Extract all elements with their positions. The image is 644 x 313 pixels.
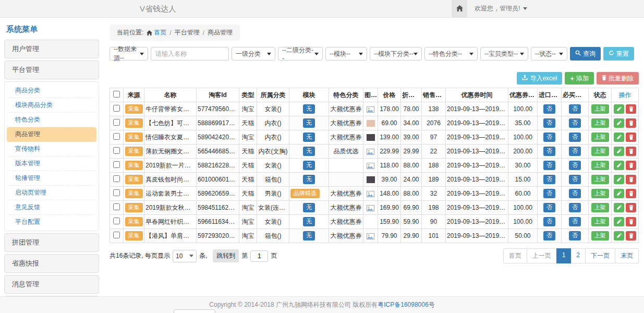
per-page-select[interactable]: 10 (173, 250, 197, 262)
must-buy-badge[interactable]: 否 (569, 189, 581, 198)
edit-button[interactable] (614, 203, 624, 212)
breadcrumb-item-platform[interactable]: 平台管理 (175, 28, 200, 37)
row-checkbox[interactable] (113, 232, 120, 238)
import-select-badge[interactable]: 否 (543, 217, 555, 226)
import-select-badge[interactable]: 否 (543, 203, 555, 212)
name-search-input[interactable] (151, 47, 229, 61)
sidebar-subitem[interactable]: 模块商品分类 (7, 98, 96, 113)
row-checkbox[interactable] (113, 189, 120, 196)
row-checkbox[interactable] (113, 175, 120, 182)
edit-button[interactable] (614, 217, 624, 226)
status-badge[interactable]: 上架 (591, 175, 609, 184)
pager-button[interactable]: 首页 (503, 248, 527, 263)
edit-button[interactable] (614, 189, 624, 198)
sidebar-item-platform-management[interactable]: 平台管理 (4, 61, 99, 79)
filter-feature-select[interactable]: --特色分类-- (424, 47, 478, 61)
must-buy-badge[interactable]: 否 (569, 217, 581, 226)
row-checkbox[interactable] (113, 161, 120, 168)
edit-button[interactable] (614, 104, 624, 114)
search-button[interactable]: 查询 (570, 47, 601, 61)
delete-button[interactable] (626, 189, 636, 198)
edit-button[interactable] (614, 147, 624, 156)
delete-button[interactable] (626, 147, 636, 156)
filter-level1-select[interactable]: 一级分类 (232, 47, 275, 61)
import-select-badge[interactable]: 否 (543, 133, 555, 142)
sidebar-group-item[interactable]: 消息管理 (4, 275, 99, 294)
status-badge[interactable]: 上架 (591, 203, 609, 212)
sidebar-subitem[interactable]: 意见反馈 (7, 200, 96, 215)
must-buy-badge[interactable]: 否 (569, 175, 581, 184)
sidebar-subitem[interactable]: 商品分类 (7, 83, 96, 98)
must-buy-badge[interactable]: 否 (569, 133, 581, 142)
edit-button[interactable] (614, 133, 624, 142)
pager-button[interactable]: 末页 (615, 248, 639, 263)
import-select-badge[interactable]: 否 (543, 147, 555, 156)
breadcrumb-home-link[interactable]: 首页 (147, 28, 166, 37)
status-badge[interactable]: 上架 (591, 118, 609, 128)
filter-item-type-select[interactable]: --宝贝类型-- (480, 47, 528, 61)
filter-data-source-select[interactable]: --数据来源-- (110, 47, 148, 61)
sidebar-group-item[interactable]: 拼团管理 (4, 233, 99, 252)
pager-button[interactable]: 1 (556, 248, 572, 263)
import-select-badge[interactable]: 否 (543, 189, 555, 198)
must-buy-badge[interactable]: 否 (569, 118, 581, 128)
import-excel-button[interactable]: 导入excel (517, 72, 562, 85)
row-checkbox[interactable] (113, 133, 120, 140)
edit-button[interactable] (614, 231, 624, 240)
sidebar-subitem[interactable]: 启动页管理 (7, 186, 96, 200)
status-badge[interactable]: 上架 (591, 104, 609, 114)
filter-module-sub-select[interactable]: --模块下分类-- (370, 47, 422, 61)
status-badge[interactable]: 上架 (591, 217, 609, 226)
edit-button[interactable] (614, 118, 624, 128)
delete-button[interactable] (626, 217, 636, 226)
status-badge[interactable]: 上架 (591, 231, 609, 240)
sidebar-subitem[interactable]: 轮播管理 (7, 171, 96, 186)
filter-level2-select[interactable]: --二级分类-- (278, 47, 323, 61)
sidebar-subitem[interactable]: 商品管理 (7, 127, 96, 142)
sidebar-subitem[interactable]: 特色分类 (7, 113, 96, 127)
row-checkbox[interactable] (113, 218, 120, 224)
pager-button[interactable]: 上一页 (527, 248, 557, 263)
row-checkbox[interactable] (113, 203, 120, 210)
reset-button[interactable]: 重置 (603, 47, 634, 61)
delete-button[interactable] (626, 231, 636, 240)
edit-button[interactable] (614, 161, 624, 170)
row-checkbox[interactable] (113, 119, 120, 126)
must-buy-badge[interactable]: 否 (569, 203, 581, 212)
delete-button[interactable] (626, 104, 636, 114)
sidebar-group-item[interactable]: 省惠快报 (4, 254, 99, 273)
pager-button[interactable]: 下一页 (585, 248, 615, 263)
filter-status-select[interactable]: --状态-- (531, 47, 567, 61)
status-badge[interactable]: 上架 (591, 161, 609, 170)
import-select-badge[interactable]: 否 (543, 175, 555, 184)
import-select-badge[interactable]: 否 (543, 118, 555, 128)
sidebar-subitem[interactable]: 平台配置 (7, 215, 96, 229)
row-checkbox[interactable] (113, 105, 120, 112)
status-badge[interactable]: 上架 (591, 147, 609, 156)
must-buy-badge[interactable]: 否 (569, 231, 581, 240)
must-buy-badge[interactable]: 否 (569, 161, 581, 170)
delete-button[interactable] (626, 161, 636, 170)
icp-link[interactable]: 粤ICP备16098006号 (378, 301, 434, 308)
filter-module-select[interactable]: --模块-- (325, 47, 367, 61)
edit-button[interactable] (614, 175, 624, 184)
row-checkbox[interactable] (113, 147, 120, 154)
batch-delete-button[interactable]: 批量删除 (597, 72, 639, 85)
user-menu[interactable]: 欢迎您，管理员! (475, 4, 527, 13)
delete-button[interactable] (626, 203, 636, 212)
import-select-badge[interactable]: 否 (543, 161, 555, 170)
sidebar-subitem[interactable]: 版本管理 (7, 156, 96, 171)
delete-button[interactable] (626, 118, 636, 128)
home-nav-button[interactable] (452, 0, 467, 17)
jump-button[interactable]: 跳转到 (213, 249, 239, 262)
delete-button[interactable] (626, 133, 636, 142)
sidebar-subitem[interactable]: 宣传物料 (7, 142, 96, 156)
must-buy-badge[interactable]: 否 (569, 104, 581, 114)
add-button[interactable]: + 添加 (565, 72, 594, 85)
page-number-input[interactable] (250, 250, 268, 262)
status-badge[interactable]: 上架 (591, 189, 609, 198)
select-all-checkbox[interactable] (113, 91, 120, 98)
import-select-badge[interactable]: 否 (543, 104, 555, 114)
must-buy-badge[interactable]: 否 (569, 147, 581, 156)
sidebar-item-user-management[interactable]: 用户管理 (4, 40, 99, 58)
